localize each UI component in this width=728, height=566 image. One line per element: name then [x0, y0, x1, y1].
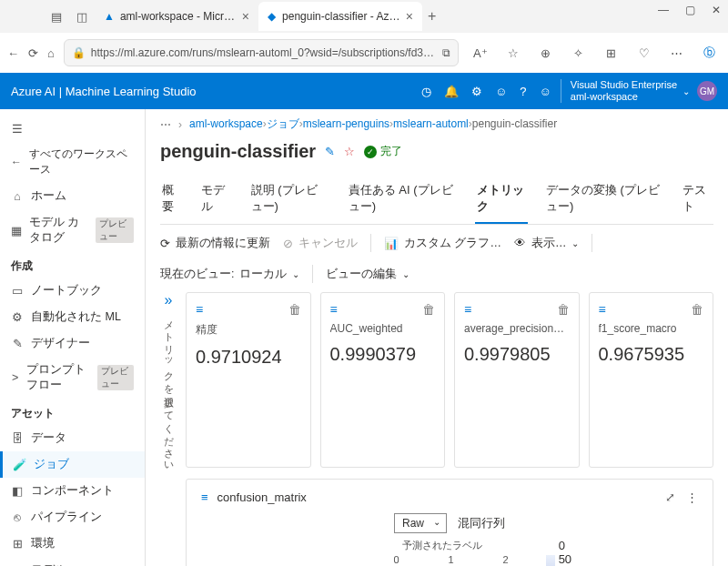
chevron-down-icon[interactable]: ⌄ — [682, 86, 690, 96]
collections-icon[interactable]: ⊕ — [533, 40, 559, 66]
tab-2[interactable]: 説明 (プレビュー) — [249, 175, 330, 224]
back-to-workspaces[interactable]: ←すべてのワークスペース — [0, 141, 145, 183]
tab-overview-icon[interactable]: ▤ — [44, 4, 69, 29]
chart-icon: 📊 — [384, 237, 399, 250]
sidebar-item[interactable]: ▦モデル カタログプレビュー — [0, 209, 145, 251]
custom-chart-button[interactable]: 📊カスタム グラフ… — [384, 236, 501, 251]
expand-icon[interactable]: ⤢ — [665, 490, 675, 504]
browser-tab-1[interactable]: ◆ penguin-classifier - Azure AI | M… × — [258, 2, 422, 31]
sidebar-item[interactable]: ⊞環境 — [0, 531, 145, 557]
delete-icon[interactable]: 🗑 — [288, 302, 301, 317]
favorite-icon[interactable]: ☆ — [500, 40, 526, 66]
breadcrumb-item[interactable]: ジョブ — [267, 117, 299, 130]
tab-5[interactable]: データの変換 (プレビュー) — [544, 175, 664, 224]
drag-icon[interactable]: ≡ — [201, 490, 208, 504]
hamburger-icon[interactable]: ☰ — [0, 116, 145, 141]
matrix-mode-select[interactable]: Raw ⌄ — [394, 513, 447, 533]
breadcrumb-item[interactable]: mslearn-penguins — [303, 117, 389, 130]
tab-3[interactable]: 責任ある AI (プレビュー) — [347, 175, 460, 224]
help-icon[interactable]: ? — [520, 85, 526, 98]
sidebar-item[interactable]: ⚙自動化された ML — [0, 304, 145, 330]
display-button[interactable]: 👁表示…⌄ — [514, 236, 580, 251]
close-icon[interactable]: × — [406, 9, 413, 24]
drag-icon[interactable]: ≡ — [599, 302, 606, 317]
delete-icon[interactable]: 🗑 — [691, 302, 703, 317]
edit-icon[interactable]: ✎ — [325, 145, 335, 158]
chevron-down-icon: ⌄ — [402, 269, 410, 279]
toolbar: ⟳最新の情報に更新 ⊘キャンセル 📊カスタム グラフ… 👁表示…⌄ 現在のビュー… — [160, 225, 713, 292]
tab-0[interactable]: 概要 — [160, 175, 183, 224]
preview-badge: プレビュー — [96, 217, 134, 243]
delete-icon[interactable]: 🗑 — [557, 302, 570, 317]
view-selector[interactable]: 現在のビュー: ローカル⌄ — [160, 267, 299, 282]
tab-4[interactable]: メトリック — [475, 175, 528, 224]
copy-icon[interactable]: ⧉ — [442, 46, 450, 59]
y-axis-label: True ラベル — [321, 539, 339, 566]
tab-1[interactable]: モデル — [199, 175, 232, 224]
metric-value: 0.9675935 — [599, 344, 704, 365]
sidebar-item[interactable]: ◧コンポーネント — [0, 478, 145, 504]
browser-tab-0[interactable]: ▲ aml-workspace - Microsoft Azu… × — [95, 2, 258, 31]
chevron-down-icon: ⌄ — [433, 517, 440, 527]
matrix-title: confusion_matrix — [217, 490, 307, 504]
expand-icon[interactable]: » — [165, 292, 173, 308]
status-badge: ✓ 完了 — [364, 144, 402, 159]
sidebar-label: 自動化された ML — [31, 309, 121, 325]
home-button[interactable]: ⌂ — [47, 40, 55, 66]
more-icon[interactable]: ⋯ — [160, 118, 171, 131]
close-icon[interactable]: × — [242, 9, 249, 24]
sidebar-item[interactable]: ◆モデル — [0, 557, 145, 566]
drag-icon[interactable]: ≡ — [464, 302, 471, 317]
tab-6[interactable]: テスト — [681, 175, 713, 224]
x-axis-label: 予測されたラベル — [348, 539, 537, 552]
colorbar-tick: 0 — [559, 539, 579, 552]
sidebar-item[interactable]: 🗄データ — [0, 425, 145, 451]
bing-icon[interactable]: ⓑ — [697, 40, 723, 66]
edit-view-button[interactable]: ビューの編集⌄ — [326, 267, 410, 282]
performance-icon[interactable]: ⊞ — [599, 40, 624, 66]
read-aloud-icon[interactable]: A⁺ — [468, 40, 493, 66]
delete-icon[interactable]: 🗑 — [422, 302, 435, 317]
smile-icon[interactable]: ☺ — [540, 85, 551, 98]
sidebar-item[interactable]: >プロンプト フロープレビュー — [0, 357, 145, 399]
metric-card[interactable]: ≡🗑f1_score_macro0.9675935 — [589, 292, 714, 468]
nav-icon: 🧪 — [14, 458, 26, 471]
notifications-icon[interactable]: 🔔 — [444, 85, 459, 98]
sidebar-item[interactable]: ✎デザイナー — [0, 330, 145, 357]
metric-card[interactable]: ≡🗑AUC_weighted0.9990379 — [320, 292, 446, 468]
matrix-select-value: Raw — [402, 517, 424, 530]
heart-icon[interactable]: ♡ — [632, 40, 657, 66]
star-icon[interactable]: ☆ — [344, 145, 355, 158]
back-button[interactable]: ← — [7, 40, 19, 66]
sidebar-label: データ — [31, 430, 66, 446]
settings-icon[interactable]: ⚙ — [471, 85, 482, 98]
new-tab-button[interactable]: + — [428, 8, 436, 25]
refresh-button[interactable]: ⟳ — [28, 40, 38, 66]
tab-list-icon[interactable]: ◫ — [69, 4, 95, 29]
col-label: 1 — [424, 554, 479, 565]
refresh-button[interactable]: ⟳最新の情報に更新 — [160, 236, 270, 251]
metric-name: AUC_weighted — [330, 322, 436, 335]
sidebar-label: ノートブック — [31, 283, 102, 298]
window-controls[interactable]: —▢✕ — [658, 4, 721, 16]
sidebar-item[interactable]: ▭ノートブック — [0, 278, 145, 304]
drag-icon[interactable]: ≡ — [196, 302, 203, 317]
breadcrumb-item: penguin-classifier — [472, 117, 557, 130]
more-icon[interactable]: ⋮ — [686, 490, 698, 504]
sidebar-item[interactable]: ⌂ホーム — [0, 183, 145, 209]
sidebar-item[interactable]: ⎋パイプライン — [0, 504, 145, 531]
address-bar[interactable]: 🔒 https://ml.azure.com/runs/mslearn-auto… — [64, 39, 459, 66]
subscription-picker[interactable]: Visual Studio Enterprise aml-workspace — [561, 79, 677, 103]
more-icon[interactable]: ⋯ — [664, 40, 690, 66]
extensions-icon[interactable]: ✧ — [566, 40, 592, 66]
metric-card[interactable]: ≡🗑average_precision_sco…0.9979805 — [454, 292, 580, 468]
metric-card[interactable]: ≡🗑精度0.9710924 — [186, 292, 311, 468]
breadcrumb-item[interactable]: aml-workspace — [189, 117, 263, 130]
feedback-icon[interactable]: ☺ — [495, 85, 507, 98]
drag-icon[interactable]: ≡ — [330, 302, 338, 317]
breadcrumb-item[interactable]: mslearn-automl — [393, 117, 469, 130]
lock-icon: 🔒 — [72, 46, 86, 59]
clock-icon[interactable]: ◷ — [421, 85, 431, 98]
avatar[interactable]: GM — [697, 81, 717, 101]
sidebar-item[interactable]: 🧪ジョブ — [0, 451, 145, 478]
